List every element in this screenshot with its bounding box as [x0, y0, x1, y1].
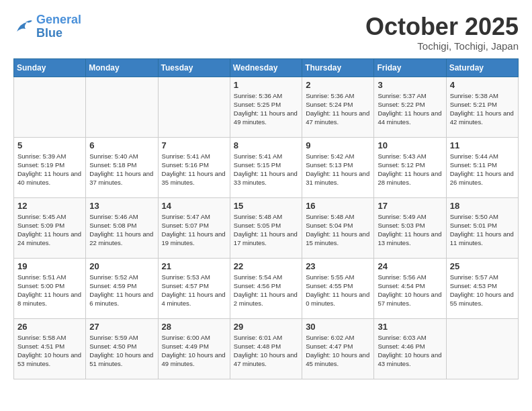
- day-number: 21: [162, 261, 226, 271]
- calendar-cell: 10Sunrise: 5:43 AM Sunset: 5:12 PM Dayli…: [374, 137, 446, 197]
- calendar-body: 1Sunrise: 5:36 AM Sunset: 5:25 PM Daylig…: [14, 77, 519, 379]
- calendar-cell: 11Sunrise: 5:44 AM Sunset: 5:11 PM Dayli…: [446, 137, 518, 197]
- day-info: Sunrise: 6:01 AM Sunset: 4:48 PM Dayligh…: [234, 333, 298, 369]
- weekday-header: Wednesday: [230, 58, 302, 77]
- day-number: 13: [89, 201, 154, 211]
- day-number: 22: [234, 261, 298, 271]
- day-number: 12: [17, 201, 82, 211]
- logo: General Blue: [13, 13, 81, 40]
- day-info: Sunrise: 5:46 AM Sunset: 5:08 PM Dayligh…: [89, 212, 154, 248]
- day-number: 2: [306, 80, 370, 90]
- day-number: 19: [17, 261, 82, 271]
- weekday-header: Thursday: [302, 58, 374, 77]
- day-info: Sunrise: 5:36 AM Sunset: 5:24 PM Dayligh…: [306, 91, 370, 127]
- calendar-week-row: 12Sunrise: 5:45 AM Sunset: 5:09 PM Dayli…: [14, 197, 519, 258]
- day-info: Sunrise: 5:39 AM Sunset: 5:19 PM Dayligh…: [17, 152, 82, 187]
- calendar-cell: 18Sunrise: 5:50 AM Sunset: 5:01 PM Dayli…: [446, 197, 518, 258]
- day-number: 18: [450, 201, 515, 211]
- day-number: 4: [450, 80, 515, 90]
- calendar-cell: 1Sunrise: 5:36 AM Sunset: 5:25 PM Daylig…: [230, 77, 302, 137]
- calendar-header-row: SundayMondayTuesdayWednesdayThursdayFrid…: [14, 58, 519, 77]
- day-number: 8: [234, 140, 298, 150]
- weekday-header: Tuesday: [158, 58, 230, 77]
- day-info: Sunrise: 6:00 AM Sunset: 4:49 PM Dayligh…: [162, 333, 226, 369]
- day-number: 7: [162, 140, 226, 150]
- day-number: 6: [89, 140, 154, 150]
- calendar-week-row: 26Sunrise: 5:58 AM Sunset: 4:51 PM Dayli…: [14, 318, 519, 379]
- calendar-cell: 31Sunrise: 6:03 AM Sunset: 4:46 PM Dayli…: [374, 318, 446, 379]
- weekday-header: Friday: [374, 58, 446, 77]
- calendar-cell: 29Sunrise: 6:01 AM Sunset: 4:48 PM Dayli…: [230, 318, 302, 379]
- calendar-cell: 16Sunrise: 5:48 AM Sunset: 5:04 PM Dayli…: [302, 197, 374, 258]
- calendar-cell: 24Sunrise: 5:56 AM Sunset: 4:54 PM Dayli…: [374, 258, 446, 318]
- day-info: Sunrise: 5:59 AM Sunset: 4:50 PM Dayligh…: [89, 333, 154, 369]
- weekday-header: Sunday: [14, 58, 86, 77]
- day-info: Sunrise: 5:55 AM Sunset: 4:55 PM Dayligh…: [306, 273, 370, 308]
- calendar-cell: 3Sunrise: 5:37 AM Sunset: 5:22 PM Daylig…: [374, 77, 446, 137]
- day-number: 9: [306, 140, 370, 150]
- day-info: Sunrise: 5:41 AM Sunset: 5:16 PM Dayligh…: [162, 152, 226, 187]
- day-number: 27: [89, 322, 154, 332]
- logo-icon: [13, 17, 34, 37]
- day-number: 17: [378, 201, 442, 211]
- calendar-cell: 30Sunrise: 6:02 AM Sunset: 4:47 PM Dayli…: [302, 318, 374, 379]
- day-number: 15: [234, 201, 298, 211]
- calendar-cell: 28Sunrise: 6:00 AM Sunset: 4:49 PM Dayli…: [158, 318, 230, 379]
- calendar-cell: 7Sunrise: 5:41 AM Sunset: 5:16 PM Daylig…: [158, 137, 230, 197]
- day-info: Sunrise: 5:38 AM Sunset: 5:21 PM Dayligh…: [450, 91, 515, 127]
- calendar-cell: 12Sunrise: 5:45 AM Sunset: 5:09 PM Dayli…: [14, 197, 86, 258]
- day-info: Sunrise: 6:02 AM Sunset: 4:47 PM Dayligh…: [306, 333, 370, 369]
- day-info: Sunrise: 5:49 AM Sunset: 5:03 PM Dayligh…: [378, 212, 442, 248]
- day-info: Sunrise: 5:40 AM Sunset: 5:18 PM Dayligh…: [89, 152, 154, 187]
- calendar-cell: 13Sunrise: 5:46 AM Sunset: 5:08 PM Dayli…: [86, 197, 158, 258]
- day-info: Sunrise: 5:51 AM Sunset: 5:00 PM Dayligh…: [17, 273, 82, 308]
- day-info: Sunrise: 5:58 AM Sunset: 4:51 PM Dayligh…: [17, 333, 82, 369]
- calendar-week-row: 19Sunrise: 5:51 AM Sunset: 5:00 PM Dayli…: [14, 258, 519, 318]
- calendar-week-row: 1Sunrise: 5:36 AM Sunset: 5:25 PM Daylig…: [14, 77, 519, 137]
- calendar-cell: [14, 77, 86, 137]
- calendar-cell: 9Sunrise: 5:42 AM Sunset: 5:13 PM Daylig…: [302, 137, 374, 197]
- calendar-week-row: 5Sunrise: 5:39 AM Sunset: 5:19 PM Daylig…: [14, 137, 519, 197]
- calendar-cell: 27Sunrise: 5:59 AM Sunset: 4:50 PM Dayli…: [86, 318, 158, 379]
- day-number: 28: [162, 322, 226, 332]
- day-number: 31: [378, 322, 442, 332]
- day-number: 25: [450, 261, 515, 271]
- day-info: Sunrise: 6:03 AM Sunset: 4:46 PM Dayligh…: [378, 333, 442, 369]
- calendar-cell: 6Sunrise: 5:40 AM Sunset: 5:18 PM Daylig…: [86, 137, 158, 197]
- day-info: Sunrise: 5:48 AM Sunset: 5:05 PM Dayligh…: [234, 212, 298, 248]
- day-info: Sunrise: 5:44 AM Sunset: 5:11 PM Dayligh…: [450, 152, 515, 187]
- calendar-cell: [86, 77, 158, 137]
- day-info: Sunrise: 5:48 AM Sunset: 5:04 PM Dayligh…: [306, 212, 370, 248]
- calendar-cell: 23Sunrise: 5:55 AM Sunset: 4:55 PM Dayli…: [302, 258, 374, 318]
- calendar-cell: 25Sunrise: 5:57 AM Sunset: 4:53 PM Dayli…: [446, 258, 518, 318]
- day-number: 10: [378, 140, 442, 150]
- day-number: 1: [234, 80, 298, 90]
- calendar-cell: 21Sunrise: 5:53 AM Sunset: 4:57 PM Dayli…: [158, 258, 230, 318]
- day-info: Sunrise: 5:53 AM Sunset: 4:57 PM Dayligh…: [162, 273, 226, 308]
- day-number: 30: [306, 322, 370, 332]
- day-info: Sunrise: 5:56 AM Sunset: 4:54 PM Dayligh…: [378, 273, 442, 308]
- day-number: 11: [450, 140, 515, 150]
- calendar-cell: [158, 77, 230, 137]
- day-info: Sunrise: 5:37 AM Sunset: 5:22 PM Dayligh…: [378, 91, 442, 127]
- calendar-cell: 26Sunrise: 5:58 AM Sunset: 4:51 PM Dayli…: [14, 318, 86, 379]
- day-info: Sunrise: 5:45 AM Sunset: 5:09 PM Dayligh…: [17, 212, 82, 248]
- calendar-cell: 19Sunrise: 5:51 AM Sunset: 5:00 PM Dayli…: [14, 258, 86, 318]
- calendar-cell: 4Sunrise: 5:38 AM Sunset: 5:21 PM Daylig…: [446, 77, 518, 137]
- day-number: 5: [17, 140, 82, 150]
- calendar-cell: 8Sunrise: 5:41 AM Sunset: 5:15 PM Daylig…: [230, 137, 302, 197]
- calendar-cell: 22Sunrise: 5:54 AM Sunset: 4:56 PM Dayli…: [230, 258, 302, 318]
- day-number: 23: [306, 261, 370, 271]
- day-info: Sunrise: 5:50 AM Sunset: 5:01 PM Dayligh…: [450, 212, 515, 248]
- calendar-cell: 17Sunrise: 5:49 AM Sunset: 5:03 PM Dayli…: [374, 197, 446, 258]
- calendar-cell: 5Sunrise: 5:39 AM Sunset: 5:19 PM Daylig…: [14, 137, 86, 197]
- day-number: 16: [306, 201, 370, 211]
- day-number: 24: [378, 261, 442, 271]
- calendar-cell: 14Sunrise: 5:47 AM Sunset: 5:07 PM Dayli…: [158, 197, 230, 258]
- calendar-table: SundayMondayTuesdayWednesdayThursdayFrid…: [13, 58, 519, 379]
- day-info: Sunrise: 5:54 AM Sunset: 4:56 PM Dayligh…: [234, 273, 298, 308]
- day-info: Sunrise: 5:57 AM Sunset: 4:53 PM Dayligh…: [450, 273, 515, 308]
- day-number: 29: [234, 322, 298, 332]
- month-title: October 2025: [365, 13, 519, 40]
- calendar-cell: 20Sunrise: 5:52 AM Sunset: 4:59 PM Dayli…: [86, 258, 158, 318]
